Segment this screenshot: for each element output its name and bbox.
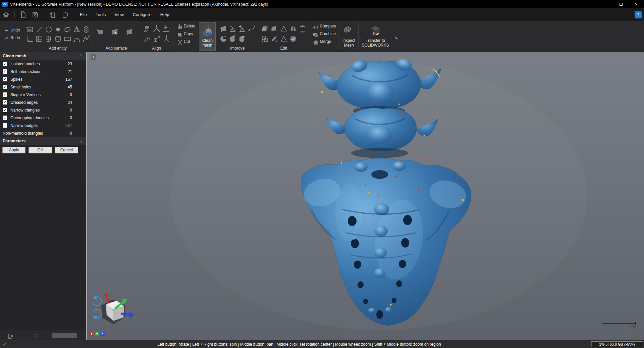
panel-collapse-button[interactable]: ‹	[91, 54, 96, 60]
align-grid-icon[interactable]	[152, 34, 161, 43]
minimize-button[interactable]	[598, 0, 613, 8]
subdivide-icon[interactable]	[237, 24, 247, 33]
combine-button[interactable]: Combine	[311, 30, 337, 38]
transfer-solidworks-button[interactable]: Transfer to SOLIDWORKS	[360, 22, 391, 51]
validate-icon[interactable]	[288, 34, 298, 43]
dimension-icon[interactable]	[25, 25, 34, 34]
new-file-button[interactable]	[18, 10, 28, 20]
smooth-mesh-icon[interactable]	[219, 24, 228, 33]
checkbox[interactable]: ✓	[3, 69, 7, 74]
boundary-icon[interactable]	[247, 24, 256, 33]
align-mesh-icon[interactable]	[142, 24, 151, 33]
home-button[interactable]	[1, 10, 11, 20]
transfer-dropdown-button[interactable]	[392, 21, 399, 52]
decimate-icon[interactable]	[228, 24, 237, 33]
arc-icon[interactable]	[72, 34, 81, 43]
clean-mesh-button[interactable]: Clean mesh	[199, 22, 216, 51]
fill-hole-icon[interactable]	[219, 34, 228, 43]
inspect-mesh-button[interactable]: Inspect Mesh	[340, 22, 358, 51]
new-surface-icon[interactable]	[95, 27, 108, 41]
row-isolated-patches[interactable]: ✓ Isolated patches 23	[0, 60, 86, 68]
align-axes-icon[interactable]	[152, 24, 161, 33]
panel-scrollbar-thumb[interactable]	[52, 333, 77, 338]
align-corner-icon[interactable]	[162, 24, 171, 33]
cut-button[interactable]: Cut	[175, 38, 196, 45]
row-creased-edges[interactable]: ✓ Creased edges 24	[0, 98, 86, 106]
circle-icon[interactable]	[44, 25, 53, 34]
axis-triad-labels[interactable]: X Y Z	[89, 332, 105, 336]
row-spikes[interactable]: ✓ Spikes 167	[0, 75, 86, 83]
menu-configure[interactable]: Configure	[128, 8, 156, 21]
checkbox[interactable]: ✓	[3, 77, 7, 81]
save-session-button[interactable]	[59, 10, 69, 20]
point-icon[interactable]	[53, 25, 62, 34]
open-session-button[interactable]	[47, 10, 57, 20]
row-self-intersections[interactable]: ✓ Self-intersections 21	[0, 68, 86, 75]
checkbox[interactable]: ✓	[3, 108, 7, 112]
cancel-button[interactable]: Cancel	[55, 147, 78, 153]
delete-button[interactable]: Delete	[175, 23, 196, 30]
triangle-edit-icon[interactable]	[279, 34, 288, 43]
triangle-icon[interactable]	[279, 24, 288, 33]
merge-button[interactable]: Merge	[311, 38, 337, 45]
surfaces-icon[interactable]	[260, 24, 269, 33]
axis-z-label[interactable]: Z	[100, 332, 105, 336]
cylinder-icon[interactable]	[44, 34, 53, 43]
row-narrow-triangles[interactable]: ✓ Narrow triangles 0	[0, 106, 86, 114]
row-small-holes[interactable]: ✓ Small holes 45	[0, 83, 86, 91]
axis-y-label[interactable]: Y	[95, 332, 99, 336]
save-button[interactable]	[30, 10, 40, 20]
corner-curve-icon[interactable]	[25, 34, 34, 43]
redo-button[interactable]: Redo	[2, 34, 21, 41]
fill-hole-partial-icon[interactable]	[228, 34, 237, 43]
checkbox[interactable]: ✓	[3, 100, 7, 105]
align-arrows-icon[interactable]	[142, 34, 151, 43]
menu-file[interactable]: File	[75, 8, 91, 21]
cone-icon[interactable]	[72, 25, 81, 34]
apply-button[interactable]: Apply	[2, 147, 25, 153]
boolean-icon[interactable]	[260, 34, 269, 43]
list-view-button[interactable]	[34, 332, 42, 339]
menu-help[interactable]: Help	[156, 8, 174, 21]
undo-button[interactable]: Undo	[2, 26, 21, 33]
patch-icon[interactable]	[270, 24, 279, 33]
maximize-button[interactable]	[613, 0, 629, 8]
line-icon[interactable]	[35, 25, 44, 34]
checkbox[interactable]	[3, 123, 7, 128]
split-icon[interactable]	[288, 24, 298, 33]
edit-surface-icon[interactable]	[110, 27, 123, 41]
grid-icon[interactable]	[35, 34, 44, 43]
fill-hole-bridge-icon[interactable]	[237, 34, 247, 43]
menu-view[interactable]: View	[110, 8, 128, 21]
spacing-icon[interactable]	[298, 24, 307, 33]
ok-button[interactable]: OK	[29, 147, 52, 153]
surface-icon[interactable]	[124, 27, 138, 41]
planes-stack-icon[interactable]	[82, 25, 91, 34]
copy-button[interactable]: Copy	[175, 30, 196, 38]
align-tripod-icon[interactable]	[162, 34, 171, 43]
clean-mesh-panel-header[interactable]: Clean mesh ⌃	[0, 52, 86, 60]
tree-view-button[interactable]	[5, 332, 14, 339]
count-badge: 23	[68, 62, 72, 66]
checkbox[interactable]: ✓	[3, 85, 7, 89]
row-singular-vertices[interactable]: ✓ Singular Vertices 0	[0, 91, 86, 98]
sphere-icon[interactable]	[53, 34, 62, 43]
polyline-icon[interactable]	[82, 34, 91, 43]
ellipse-icon[interactable]	[63, 25, 72, 34]
spine-mesh-model[interactable]	[87, 52, 644, 340]
parameters-header[interactable]: Parameters ⌄	[0, 137, 86, 145]
sector-icon[interactable]	[270, 34, 279, 43]
axis-x-label[interactable]: X	[89, 332, 94, 336]
menu-tools[interactable]: Tools	[91, 8, 110, 21]
checkbox[interactable]: ✓	[3, 116, 7, 120]
row-narrow-bridges[interactable]: Narrow bridges 387	[0, 122, 86, 129]
compare-button[interactable]: Compare	[311, 23, 337, 30]
help-button[interactable]: ?	[635, 11, 642, 18]
navigation-cube[interactable]	[88, 291, 138, 332]
close-button[interactable]: ×	[629, 0, 644, 8]
checkbox[interactable]: ✓	[3, 62, 7, 66]
row-outcropping-triangles[interactable]: ✓ Outcropping triangles 0	[0, 114, 86, 122]
viewport-3d[interactable]: ‹	[87, 52, 644, 340]
rectangle-icon[interactable]	[63, 34, 72, 43]
checkbox[interactable]: ✓	[3, 92, 7, 97]
